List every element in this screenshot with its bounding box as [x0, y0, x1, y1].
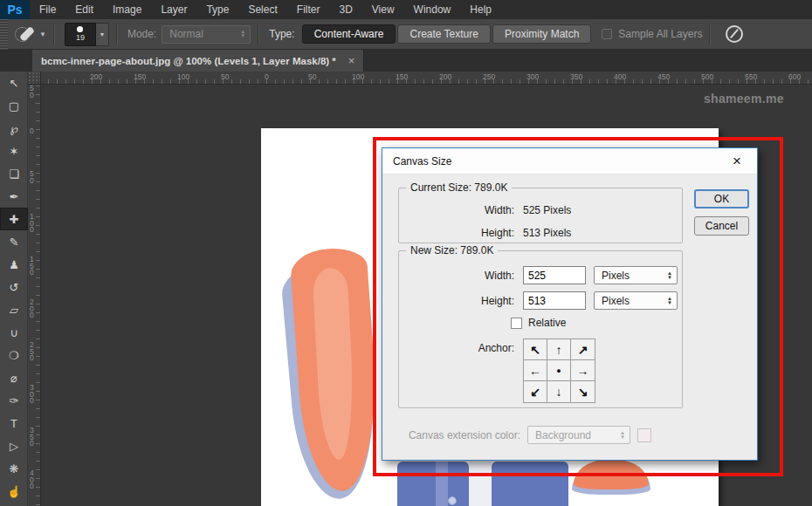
magic-wand-tool[interactable]: ✶: [0, 140, 28, 162]
lasso-tool[interactable]: ℘: [0, 117, 28, 140]
anchor-cell-2-1[interactable]: ↓: [547, 381, 571, 402]
divider: [53, 24, 54, 44]
paint-bucket-tool[interactable]: ∪: [0, 321, 28, 344]
menu-bar: Ps FileEditImageLayerTypeSelectFilter3DV…: [0, 0, 812, 19]
eraser-tool[interactable]: ▱: [0, 298, 28, 321]
menu-type[interactable]: Type: [196, 0, 238, 19]
type-tool[interactable]: T: [0, 412, 28, 434]
blur-tool-icon: ❍: [9, 349, 19, 362]
menu-layer[interactable]: Layer: [151, 0, 196, 19]
cancel-button[interactable]: Cancel: [694, 216, 749, 236]
dodge-tool[interactable]: ⌀: [0, 366, 28, 389]
menu-view[interactable]: View: [362, 0, 404, 19]
current-height-value: 513 Pixels: [523, 227, 571, 239]
anchor-cell-0-1[interactable]: ↑: [547, 339, 571, 360]
divider: [258, 24, 258, 44]
create-texture-button[interactable]: Create Texture: [397, 24, 491, 44]
anchor-cell-2-2[interactable]: ↘: [571, 381, 595, 402]
crop-tool[interactable]: ❏: [0, 162, 28, 185]
brush-tool[interactable]: ✎: [0, 230, 28, 253]
menu-select[interactable]: Select: [238, 0, 286, 19]
anchor-cell-0-0[interactable]: ↖: [524, 339, 547, 360]
content-aware-button[interactable]: Content-Aware: [302, 24, 396, 44]
history-brush-tool[interactable]: ↺: [0, 276, 28, 298]
width-unit-select[interactable]: Pixels ▲▼: [594, 266, 678, 284]
ruler-label: 400: [614, 72, 626, 81]
anchor-arrow-icon: ↗: [578, 343, 588, 357]
ok-button[interactable]: OK: [694, 189, 749, 209]
menu-image[interactable]: Image: [103, 0, 151, 19]
divider: [116, 24, 117, 44]
close-tab-icon[interactable]: ×: [348, 54, 355, 67]
clone-stamp-tool[interactable]: ♟: [0, 253, 28, 276]
spinner-icon: ▲▼: [240, 30, 245, 38]
ruler-label: 400: [30, 470, 38, 490]
anchor-arrow-icon: ←: [529, 364, 541, 378]
anchor-cell-0-2[interactable]: ↗: [571, 339, 595, 360]
anchor-cell-2-0[interactable]: ↙: [524, 381, 547, 402]
current-size-group: Current Size: 789.0K Width: 525 Pixels H…: [398, 188, 683, 243]
new-size-group: New Size: 789.0K Width: Pixels ▲▼ Height…: [398, 250, 683, 408]
anchor-cell-1-2[interactable]: →: [571, 360, 595, 381]
dialog-close-icon[interactable]: ×: [727, 153, 747, 170]
illustration-right-leg: [492, 462, 568, 506]
blur-tool[interactable]: ❍: [0, 344, 28, 366]
dodge-tool-icon: ⌀: [10, 372, 17, 385]
relative-checkbox[interactable]: [511, 318, 522, 329]
menu-help[interactable]: Help: [460, 0, 501, 19]
relative-label: Relative: [528, 317, 566, 329]
eyedropper-tool[interactable]: ✒: [0, 185, 28, 208]
history-brush-tool-icon: ↺: [10, 281, 19, 294]
menu-window[interactable]: Window: [404, 0, 461, 19]
ruler-label: 200: [90, 72, 102, 81]
menu-edit[interactable]: Edit: [65, 0, 103, 19]
relative-option[interactable]: Relative: [511, 314, 682, 332]
anchor-cell-1-0[interactable]: ←: [524, 360, 547, 381]
spinner-icon: ▲▼: [620, 431, 625, 440]
ruler-label: 100: [352, 72, 364, 81]
anchor-cell-1-1[interactable]: ●: [547, 360, 571, 381]
spot-healing-brush-tool[interactable]: ✚: [0, 208, 28, 230]
brush-dropdown-arrow[interactable]: ▼: [96, 23, 109, 46]
hand-tool[interactable]: ☝: [0, 480, 28, 503]
anchor-arrow-icon: ●: [556, 366, 561, 375]
illustration-left-leg: [397, 462, 469, 506]
ruler-label: 300: [526, 72, 539, 81]
illustration-button: [448, 496, 457, 505]
ruler-label: 150: [134, 72, 146, 81]
hand-tool-icon: ☝: [7, 485, 21, 498]
height-input[interactable]: [523, 291, 586, 310]
dialog-title: Canvas Size: [393, 155, 451, 168]
height-unit-select[interactable]: Pixels ▲▼: [594, 291, 678, 310]
path-selection-tool[interactable]: ▷: [0, 434, 28, 457]
brush-preset-picker[interactable]: 19 ▼: [65, 23, 109, 46]
sample-all-layers-checkbox[interactable]: [602, 29, 612, 39]
menu-file[interactable]: File: [30, 0, 65, 19]
spinner-icon: ▲▼: [667, 271, 672, 280]
options-bar: ▼ 19 ▼ Mode: Normal ▲▼ Type: Content-Awa…: [0, 19, 812, 50]
current-height-label: Height:: [399, 227, 514, 239]
new-height-label: Height:: [399, 295, 514, 307]
menu-3d[interactable]: 3D: [329, 0, 361, 19]
pen-tool[interactable]: ✑: [0, 389, 28, 412]
eraser-tool-icon: ▱: [10, 304, 18, 317]
ruler-origin-box[interactable]: [28, 72, 41, 85]
dialog-title-bar[interactable]: Canvas Size ×: [382, 148, 757, 174]
ruler-label: 0: [265, 72, 269, 81]
photoshop-logo: Ps: [0, 0, 30, 19]
proximity-match-button[interactable]: Proximity Match: [492, 24, 591, 44]
move-tool[interactable]: ↖: [0, 72, 28, 94]
marquee-tool-icon: ▢: [9, 99, 19, 113]
ruler-label: 300: [30, 385, 38, 405]
canvas-size-dialog: Canvas Size × Current Size: 789.0K Width…: [382, 147, 758, 461]
document-tab-bar: bcmc-inner-page-about.jpg @ 100% (Levels…: [0, 50, 812, 72]
active-tool-button[interactable]: ▼: [15, 24, 46, 44]
sample-all-layers-option[interactable]: Sample All Layers: [602, 28, 702, 40]
tablet-pressure-icon[interactable]: [726, 25, 743, 43]
illustration-hand: [574, 460, 649, 489]
custom-shape-tool[interactable]: ❋: [0, 457, 28, 480]
marquee-tool[interactable]: ▢: [0, 94, 28, 117]
menu-filter[interactable]: Filter: [287, 0, 330, 19]
width-input[interactable]: [523, 266, 586, 284]
document-tab[interactable]: bcmc-inner-page-about.jpg @ 100% (Levels…: [32, 50, 364, 72]
